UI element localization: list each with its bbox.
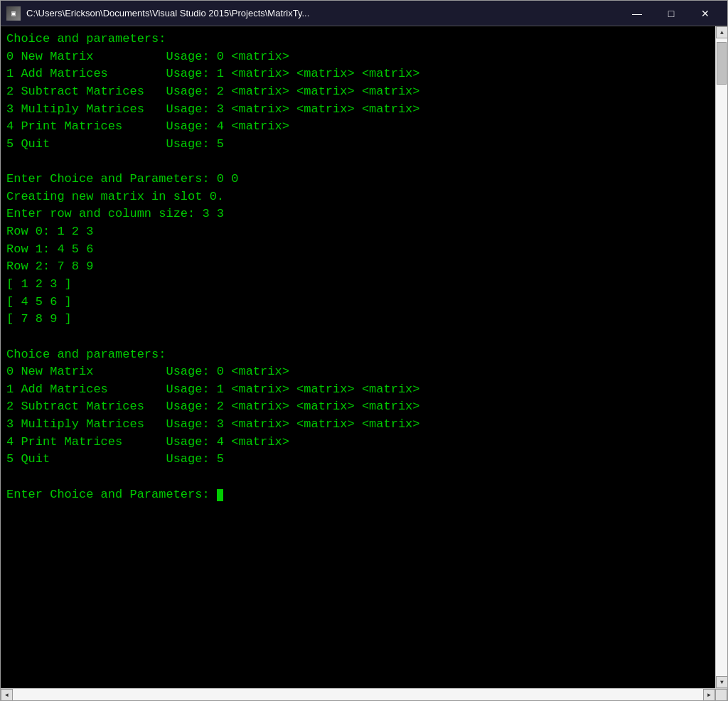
terminal-output[interactable]: Choice and parameters: 0 New Matrix Usag… [1, 26, 715, 688]
scroll-right-button[interactable]: ► [703, 689, 715, 701]
maximize-button[interactable]: □ [655, 4, 687, 23]
title-bar: ▣ C:\Users\Erickson\Documents\Visual Stu… [1, 1, 727, 26]
horizontal-scrollbar[interactable]: ◄ ► [1, 688, 727, 700]
scrollbar-corner [715, 689, 727, 701]
scroll-track[interactable] [716, 38, 727, 676]
window-controls: — □ ✕ [621, 4, 722, 23]
minimize-button[interactable]: — [621, 4, 653, 23]
scroll-down-button[interactable]: ▼ [716, 676, 727, 688]
scroll-thumb[interactable] [717, 42, 727, 85]
scroll-left-button[interactable]: ◄ [1, 689, 13, 701]
scroll-up-button[interactable]: ▲ [716, 26, 727, 38]
window-icon: ▣ [6, 6, 21, 21]
close-button[interactable]: ✕ [689, 4, 722, 23]
application-window: ▣ C:\Users\Erickson\Documents\Visual Stu… [0, 0, 728, 701]
vertical-scrollbar[interactable]: ▲ ▼ [715, 26, 727, 688]
horizontal-scroll-track[interactable] [13, 689, 703, 700]
window-title: C:\Users\Erickson\Documents\Visual Studi… [26, 8, 621, 18]
window-body: Choice and parameters: 0 New Matrix Usag… [1, 26, 727, 688]
cursor [217, 489, 223, 501]
